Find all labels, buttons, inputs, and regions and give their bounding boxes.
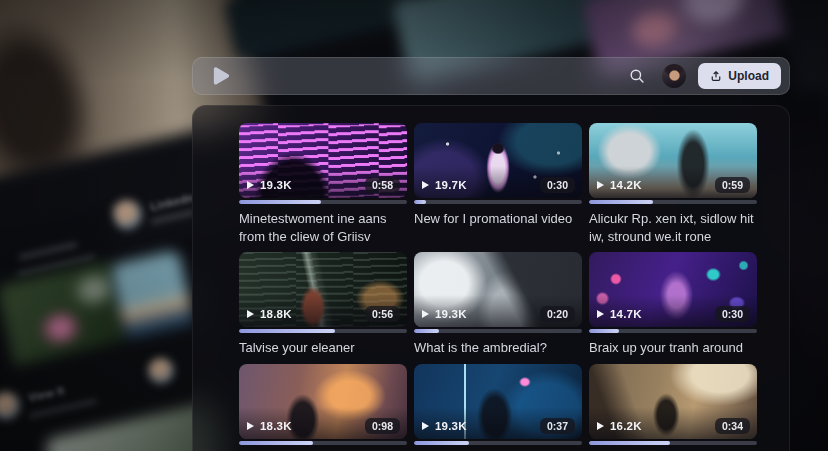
thumbnail-stats: 19.7K 0:30 xyxy=(414,177,582,198)
video-card[interactable]: 16.2K 0:34 xyxy=(589,364,757,451)
video-thumbnail[interactable]: 19.3K 0:20 xyxy=(414,252,582,327)
view-count: 18.3K xyxy=(260,420,292,432)
play-icon xyxy=(422,422,429,430)
bg-card-top xyxy=(223,0,418,62)
video-title: Braix up your tranh around xyxy=(589,339,757,357)
video-card[interactable]: 19.3K 0:20 What is the ambredial? xyxy=(414,252,582,357)
video-card[interactable]: 19.3K 0:37 xyxy=(414,364,582,451)
thumbnail-stats: 19.3K 0:37 xyxy=(414,418,582,439)
video-title: Minetestwoment ine aans from the cliew o… xyxy=(239,210,407,246)
duration-badge: 0:37 xyxy=(540,418,575,434)
upload-button[interactable]: Upload xyxy=(698,63,781,89)
thumbnail-stats: 14.2K 0:59 xyxy=(589,177,757,198)
video-grid: 19.3K 0:58 Minetestwoment ine aans from … xyxy=(239,123,754,451)
bg-avatar xyxy=(112,200,142,230)
progress-bar xyxy=(589,329,757,333)
play-icon xyxy=(597,422,604,430)
play-icon xyxy=(247,181,254,189)
video-thumbnail[interactable]: 19.3K 0:37 xyxy=(414,364,582,439)
thumbnail-stats: 19.3K 0:58 xyxy=(239,177,407,198)
play-icon xyxy=(597,181,604,189)
video-thumbnail[interactable]: 18.3K 0:98 xyxy=(239,364,407,439)
bg-avatar xyxy=(148,358,174,384)
duration-badge: 0:20 xyxy=(540,306,575,322)
progress-bar xyxy=(239,200,407,204)
duration-badge: 0:30 xyxy=(715,306,750,322)
view-count: 18.8K xyxy=(260,308,292,320)
video-thumbnail[interactable]: 19.7K 0:30 xyxy=(414,123,582,198)
progress-fill xyxy=(589,200,653,204)
progress-bar xyxy=(239,441,407,445)
video-card[interactable]: 19.7K 0:30 New for I promational video xyxy=(414,123,582,246)
thumbnail-stats: 18.3K 0:98 xyxy=(239,418,407,439)
duration-badge: 0:59 xyxy=(715,177,750,193)
progress-fill xyxy=(589,329,619,333)
view-count: 19.3K xyxy=(435,308,467,320)
view-count: 19.3K xyxy=(260,179,292,191)
view-count: 19.7K xyxy=(435,179,467,191)
thumbnail-stats: 18.8K 0:56 xyxy=(239,306,407,327)
video-title: Alicukr Rp. xen ixt, sidlow hit iw, stro… xyxy=(589,210,757,246)
progress-bar xyxy=(414,441,582,445)
progress-fill xyxy=(239,200,321,204)
video-card[interactable]: 18.3K 0:98 xyxy=(239,364,407,451)
view-count: 14.7K xyxy=(610,308,642,320)
video-title: Talvise your eleaner xyxy=(239,339,407,357)
play-icon xyxy=(422,310,429,318)
video-card[interactable]: 19.3K 0:58 Minetestwoment ine aans from … xyxy=(239,123,407,246)
progress-fill xyxy=(414,329,439,333)
play-icon xyxy=(597,310,604,318)
play-icon xyxy=(247,422,254,430)
thumbnail-stats: 19.3K 0:20 xyxy=(414,306,582,327)
duration-badge: 0:34 xyxy=(715,418,750,434)
view-count: 19.3K xyxy=(435,420,467,432)
view-count: 14.2K xyxy=(610,179,642,191)
progress-fill xyxy=(414,200,426,204)
progress-fill xyxy=(239,441,313,445)
video-thumbnail[interactable]: 14.7K 0:30 xyxy=(589,252,757,327)
view-count: 16.2K xyxy=(610,420,642,432)
progress-bar xyxy=(414,200,582,204)
search-icon[interactable] xyxy=(624,63,650,89)
app-window: Linkedn View It xyxy=(0,0,828,451)
thumbnail-stats: 16.2K 0:34 xyxy=(589,418,757,439)
content-panel: 19.3K 0:58 Minetestwoment ine aans from … xyxy=(192,105,790,451)
upload-icon xyxy=(710,70,722,82)
video-thumbnail[interactable]: 19.3K 0:58 xyxy=(239,123,407,198)
video-card[interactable]: 14.7K 0:30 Braix up your tranh around xyxy=(589,252,757,357)
duration-badge: 0:98 xyxy=(365,418,400,434)
progress-fill xyxy=(414,441,469,445)
header-bar: Upload xyxy=(192,57,790,95)
play-icon xyxy=(422,181,429,189)
video-thumbnail[interactable]: 14.2K 0:59 xyxy=(589,123,757,198)
video-thumbnail[interactable]: 18.8K 0:56 xyxy=(239,252,407,327)
play-logo-icon[interactable] xyxy=(211,66,230,87)
progress-bar xyxy=(414,329,582,333)
progress-bar xyxy=(589,200,757,204)
duration-badge: 0:30 xyxy=(540,177,575,193)
user-avatar[interactable] xyxy=(662,64,686,88)
duration-badge: 0:56 xyxy=(365,306,400,322)
progress-fill xyxy=(239,329,335,333)
play-icon xyxy=(247,310,254,318)
thumbnail-stats: 14.7K 0:30 xyxy=(589,306,757,327)
progress-bar xyxy=(239,329,407,333)
video-title: New for I promational video xyxy=(414,210,582,228)
video-thumbnail[interactable]: 16.2K 0:34 xyxy=(589,364,757,439)
video-title: What is the ambredial? xyxy=(414,339,582,357)
progress-fill xyxy=(589,441,670,445)
video-card[interactable]: 14.2K 0:59 Alicukr Rp. xen ixt, sidlow h… xyxy=(589,123,757,246)
duration-badge: 0:58 xyxy=(365,177,400,193)
video-card[interactable]: 18.8K 0:56 Talvise your eleaner xyxy=(239,252,407,357)
progress-bar xyxy=(589,441,757,445)
upload-button-label: Upload xyxy=(728,69,769,83)
